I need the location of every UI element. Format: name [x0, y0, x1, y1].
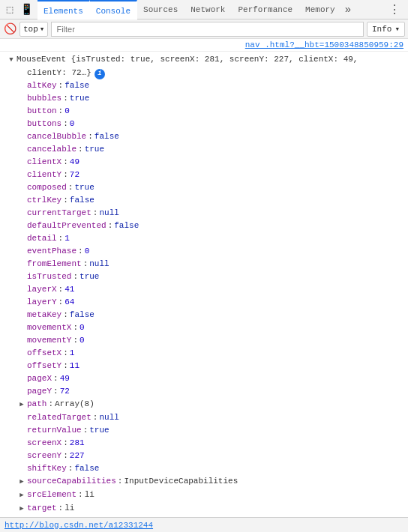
expandable-toggle[interactable] — [16, 399, 27, 411]
property-key: composed — [27, 181, 67, 194]
tab-memory[interactable]: Memory — [299, 0, 342, 19]
property-key: clientY — [27, 169, 62, 181]
tree-property-row[interactable]: altKey: false — [0, 79, 408, 92]
property-value: 0 — [70, 118, 75, 130]
property-key: bubbles — [27, 92, 62, 105]
property-value: Array(8) — [55, 398, 94, 411]
tree-property-row[interactable]: buttons: 0 — [0, 118, 408, 130]
tree-property-row[interactable]: screenY: 227 — [0, 450, 408, 462]
property-key: srcElement — [27, 489, 76, 501]
tree-property-row[interactable]: cancelBubble: false — [0, 130, 408, 143]
property-key: offsetY — [27, 360, 62, 372]
log-level-selector[interactable]: Info ▾ — [367, 22, 405, 37]
tab-performance[interactable]: Performance — [232, 0, 299, 19]
inspect-icon[interactable]: ⬚ — [3, 3, 16, 16]
footer: http://blog.csdn.net/a12331244 — [0, 517, 408, 532]
tree-property-row[interactable]: defaultPrevented: false — [0, 220, 408, 232]
log-level-label: Info — [372, 25, 392, 34]
property-value: 0 — [80, 334, 85, 347]
expandable-toggle[interactable] — [16, 503, 27, 516]
tree-property-row[interactable]: ctrlKey: false — [0, 194, 408, 207]
expandable-toggle[interactable] — [16, 476, 27, 489]
tree-root-row[interactable]: MouseEvent {isTrusted: true, screenX: 28… — [0, 53, 408, 67]
device-icon[interactable]: 📱 — [20, 3, 33, 16]
property-key: layerX — [27, 283, 57, 296]
tree-property-row[interactable]: currentTarget: null — [0, 207, 408, 220]
tree-property-row[interactable]: button: 0 — [0, 105, 408, 118]
tree-property-row[interactable]: returnValue: true — [0, 424, 408, 437]
property-value: true — [85, 143, 104, 156]
property-value: 64 — [64, 296, 74, 309]
context-selector[interactable]: top ▾ — [20, 22, 48, 37]
tree-property-row[interactable]: layerY: 64 — [0, 296, 408, 309]
tree-property-row[interactable]: sourceCapabilities: InputDeviceCapabilit… — [0, 475, 408, 489]
tab-bar: ⬚ 📱 Elements Console Sources Network Per… — [0, 0, 408, 19]
property-value: true — [74, 181, 94, 194]
expandable-toggle[interactable] — [16, 489, 27, 502]
property-value: 41 — [64, 283, 74, 296]
tree-property-row[interactable]: pageX: 49 — [0, 372, 408, 385]
footer-link[interactable]: http://blog.csdn.net/a12331244 — [4, 521, 153, 530]
property-value: li — [64, 502, 74, 515]
tree-property-row[interactable]: shiftKey: false — [0, 462, 408, 475]
property-key: sourceCapabilities — [27, 475, 116, 488]
property-key: target — [27, 502, 57, 515]
tree-property-row[interactable]: eventPhase: 0 — [0, 245, 408, 258]
tree-property-row[interactable]: cancelable: true — [0, 143, 408, 156]
tree-property-row[interactable]: bubbles: true — [0, 92, 408, 105]
property-value: null — [89, 258, 109, 270]
tree-property-row[interactable]: offsetY: 11 — [0, 360, 408, 372]
property-key: defaultPrevented — [27, 220, 106, 232]
property-value: 11 — [70, 360, 80, 372]
property-value: true — [89, 424, 109, 437]
property-value: 49 — [70, 156, 80, 169]
tree-property-row[interactable]: detail: 1 — [0, 232, 408, 245]
property-key: fromElement — [27, 258, 82, 270]
tree-property-row[interactable]: fromElement: null — [0, 258, 408, 270]
tree-property-row[interactable]: movementX: 0 — [0, 321, 408, 334]
property-value: null — [99, 411, 118, 424]
tree-property-row[interactable]: clientY: 72 — [0, 169, 408, 181]
context-arrow: ▾ — [40, 24, 45, 34]
filter-input[interactable] — [51, 22, 364, 37]
tab-elements[interactable]: Elements — [38, 0, 90, 19]
tab-sources[interactable]: Sources — [137, 0, 184, 19]
property-value: 0 — [80, 321, 85, 334]
property-key: cancelBubble — [27, 130, 86, 143]
property-key: pageY — [27, 385, 52, 398]
tree-property-row[interactable]: target: li — [0, 502, 408, 516]
tree-property-row[interactable]: metaKey: false — [0, 309, 408, 321]
clear-console-button[interactable]: 🚫 — [3, 22, 16, 36]
tab-network[interactable]: Network — [184, 0, 232, 19]
property-value: 1 — [64, 232, 70, 245]
tree-property-row[interactable]: layerX: 41 — [0, 283, 408, 296]
tree-property-row[interactable]: screenX: 281 — [0, 437, 408, 450]
property-value: false — [70, 309, 94, 321]
property-key: pageX — [27, 372, 52, 385]
tree-property-row[interactable]: pageY: 72 — [0, 385, 408, 398]
tree-property-row[interactable]: movementY: 0 — [0, 334, 408, 347]
property-key: clientX — [27, 156, 62, 169]
property-value: 72 — [60, 385, 70, 398]
tree-property-row[interactable]: isTrusted: true — [0, 270, 408, 283]
property-key: cancelable — [27, 143, 76, 156]
tab-options-button[interactable]: ⋮ — [384, 2, 405, 17]
tree-property-row[interactable]: path: Array(8) — [0, 398, 408, 411]
property-value: false — [70, 194, 94, 207]
console-toolbar: 🚫 top ▾ Info ▾ — [0, 19, 408, 39]
info-icon[interactable]: i — [94, 69, 105, 79]
tab-console[interactable]: Console — [90, 0, 137, 19]
tree-header2-row[interactable]: clientY: 72…} i — [0, 67, 408, 79]
root-header: MouseEvent {isTrusted: true, screenX: 28… — [16, 53, 358, 66]
tree-property-row[interactable]: offsetX: 1 — [0, 347, 408, 360]
tree-property-row[interactable]: composed: true — [0, 181, 408, 194]
tree-property-row[interactable]: relatedTarget: null — [0, 411, 408, 424]
nav-link[interactable]: nav .html?__hbt=1500348850959:29 — [245, 40, 404, 49]
tab-icon-group: ⬚ 📱 — [3, 3, 33, 16]
root-header2: clientY: 72…} — [27, 67, 92, 79]
tab-overflow-button[interactable]: » — [342, 4, 354, 16]
mouse-event-tree: MouseEvent {isTrusted: true, screenX: 28… — [0, 52, 408, 532]
root-toggle[interactable] — [6, 54, 16, 67]
tree-property-row[interactable]: srcElement: li — [0, 489, 408, 502]
tree-property-row[interactable]: clientX: 49 — [0, 156, 408, 169]
